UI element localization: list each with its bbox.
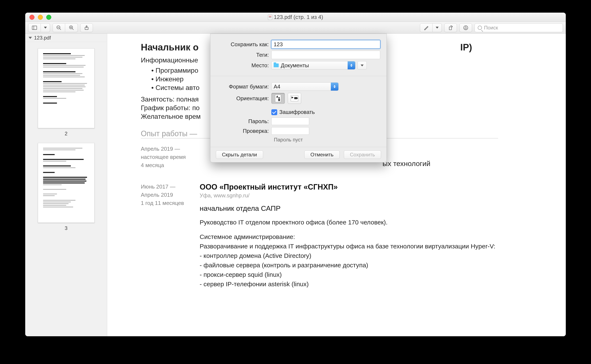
orientation-portrait-button[interactable] [271,93,285,104]
experience-entry: Июнь 2017 — Апрель 2019 1 год 11 месяцев… [141,183,532,289]
tags-input[interactable] [271,51,380,59]
encrypt-checkbox[interactable] [271,109,277,115]
paper-format-select[interactable]: A4 [271,82,338,91]
chevron-down-icon [44,27,47,29]
toolbar: Поиск [25,22,566,34]
entry-period: Апрель 2019 — настоящее время 4 месяца [141,145,187,170]
disclosure-triangle-icon [29,37,32,39]
highlight-button[interactable] [420,23,433,32]
save-as-label: Сохранить как: [217,41,271,48]
svg-line-3 [59,28,61,30]
rotate-button[interactable] [444,23,457,32]
markup-toolbar-button[interactable] [459,23,472,32]
orientation-label: Ориентация: [217,95,271,102]
verify-input[interactable] [271,127,309,135]
password-label: Пароль: [217,118,271,125]
svg-rect-11 [449,27,452,30]
location-label: Место: [217,62,271,69]
company-sub: Уфа, www.sgnhp.ru/ [200,192,532,199]
minimize-window-button[interactable] [38,15,43,20]
sidebar-file-name: 123.pdf [34,35,51,41]
body-paragraph: Руководство IT отделом проектного офиса … [200,218,532,227]
pen-tip-icon [463,25,468,31]
svg-rect-0 [32,26,37,29]
titlebar[interactable]: 123.pdf (стр. 1 из 4) [25,13,566,22]
save-as-input[interactable] [271,40,380,49]
thumbnail-item[interactable]: 2 [38,48,95,136]
landscape-icon [291,95,298,101]
zoom-out-icon [56,25,62,31]
app-window: 123.pdf (стр. 1 из 4) [25,13,566,336]
folder-icon [274,64,279,67]
share-icon [84,25,89,31]
thumbnail-page-number: 2 [65,131,67,136]
entry-body: ООО «Проектный институт «СГНХП» Уфа, www… [200,183,532,289]
doc-heading-tail: ІР) [460,42,472,52]
document-icon [268,15,272,20]
zoom-out-button[interactable] [52,23,65,32]
thumbnail-sidebar: 123.pdf [25,34,107,336]
save-dialog: Сохранить как: Теги: Место: Документы Фо… [210,34,387,162]
thumbnail-preview [38,143,95,223]
thumbnail-page-number: 3 [65,225,67,231]
body-paragraph: Системное администрирование: Разворачива… [200,232,532,289]
entry-period: Июнь 2017 — Апрель 2019 1 год 11 месяцев [141,183,187,289]
highlight-dropdown-button[interactable] [433,23,442,32]
sidebar-icon [32,25,37,31]
zoom-group [52,23,78,32]
zoom-in-button[interactable] [65,23,78,32]
thumbnail-preview [38,48,95,128]
hide-details-button[interactable]: Скрыть детали [216,150,263,159]
markup-group [420,23,442,32]
sidebar-toggle-button[interactable] [28,23,41,32]
company-name: ООО «Проектный институт «СГНХП» [200,183,532,191]
select-stepper-icon [348,61,355,69]
zoom-in-icon [69,25,74,31]
chevron-down-icon [361,65,364,66]
thumbnail-item[interactable]: 3 [38,143,95,231]
share-button[interactable] [80,23,93,32]
cancel-button[interactable]: Отменить [304,150,340,159]
sidebar-file-item[interactable]: 123.pdf [25,34,107,42]
paper-format-label: Формат бумаги: [217,84,271,90]
location-select[interactable]: Документы [271,61,355,70]
search-input[interactable]: Поиск [474,23,563,32]
search-placeholder: Поиск [484,25,498,31]
job-title: начальник отдела САПР [200,204,532,213]
window-title: 123.pdf (стр. 1 из 4) [25,14,566,20]
close-window-button[interactable] [29,15,34,20]
tags-label: Теги: [217,52,271,58]
save-button[interactable]: Сохранить [344,150,381,159]
search-icon [478,26,482,30]
encrypt-label: Зашифровать [279,109,315,115]
thumbnail-list: 2 [25,42,107,336]
marker-icon [423,25,429,31]
portrait-icon [275,95,281,102]
sidebar-toggle-group [28,23,50,32]
svg-line-6 [72,28,74,30]
traffic-lights [25,15,51,20]
password-hint: Пароль пуст [274,137,380,143]
window-title-text: 123.pdf (стр. 1 из 4) [274,14,323,20]
zoom-window-button[interactable] [46,15,51,20]
rotate-icon [448,25,453,31]
password-input[interactable] [271,117,309,125]
verify-label: Проверка: [217,128,271,134]
orientation-landscape-button[interactable] [288,93,301,104]
location-value: Документы [281,62,309,69]
expand-location-button[interactable] [357,61,367,70]
chevron-down-icon [436,27,439,29]
paper-format-value: A4 [274,84,280,90]
select-stepper-icon [331,83,338,91]
sidebar-dropdown-button[interactable] [41,23,50,32]
entry-tail-text: ых технологий [383,160,430,168]
